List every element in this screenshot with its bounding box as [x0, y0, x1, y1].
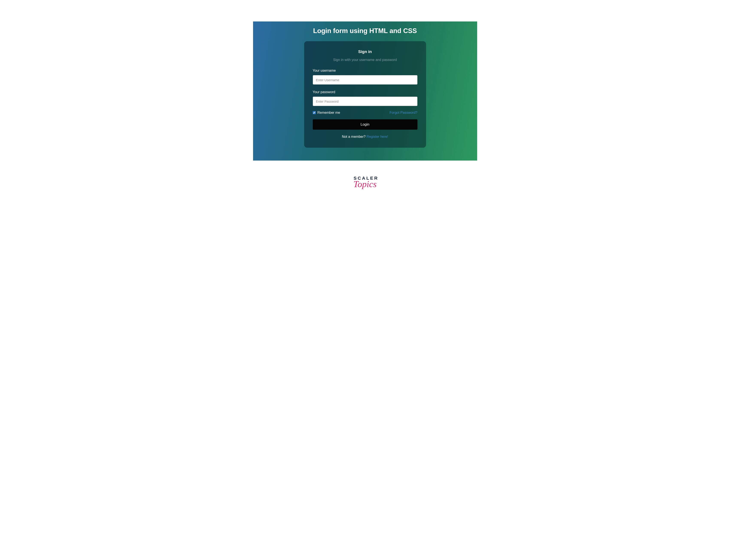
card-subtitle: Sign in with your username and password	[313, 58, 417, 62]
footer-prefix: Not a member?	[342, 135, 367, 138]
remember-checkbox[interactable]	[313, 111, 316, 114]
card-title: Sign in	[313, 49, 417, 54]
username-label: Your username	[313, 69, 417, 73]
page-title: Login form using HTML and CSS	[305, 27, 425, 35]
remember-wrap: Remember me	[313, 111, 340, 115]
remember-label: Remember me	[317, 111, 340, 115]
username-input[interactable]	[313, 75, 417, 85]
register-link[interactable]: Register here!	[367, 135, 388, 138]
brand-line2: Topics	[253, 179, 477, 189]
footer-text: Not a member? Register here!	[313, 135, 417, 139]
options-row: Remember me Forgot Password?	[313, 111, 417, 115]
forgot-password-link[interactable]: Forgot Password?	[390, 111, 417, 115]
brand-logo: SCALER Topics	[253, 176, 477, 189]
gradient-panel: Login form using HTML and CSS Sign in Si…	[253, 21, 477, 161]
username-group: Your username	[313, 69, 417, 85]
login-card: Sign in Sign in with your username and p…	[304, 41, 426, 148]
password-input[interactable]	[313, 97, 417, 106]
password-label: Your password	[313, 90, 417, 94]
login-button[interactable]: Login	[313, 119, 417, 130]
password-group: Your password	[313, 90, 417, 106]
